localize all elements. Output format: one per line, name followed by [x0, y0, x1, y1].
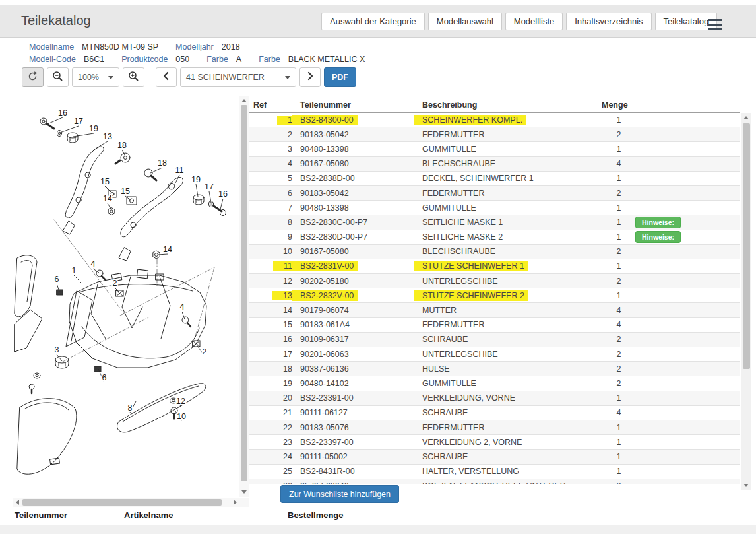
table-row[interactable]: 1890387-06136HULSE2	[249, 362, 740, 376]
diagram-callout[interactable]: 6	[55, 275, 59, 284]
table-row[interactable]: 13BS2-2832V-00STUTZE SCHEINWEFER 21	[249, 288, 740, 303]
row-description: SEITLICHE MASKE 2	[414, 232, 507, 242]
diagram-callout[interactable]: 8	[128, 403, 133, 413]
diagram-callout[interactable]: 15	[121, 187, 130, 196]
table-row[interactable]: 23BS2-23397-00VERKLEIDUNG 2, VORNE1	[249, 435, 740, 450]
diagram-vertical-scrollbar[interactable]	[239, 96, 249, 497]
table-row[interactable]: 9BS2-2830D-00-P7SEITLICHE MASKE 21Hinwei…	[249, 230, 740, 245]
scroll-down-icon[interactable]	[241, 490, 247, 494]
row-ref: 19	[272, 379, 292, 388]
scroll-up-icon[interactable]	[743, 116, 749, 119]
row-ref: 18	[272, 364, 292, 374]
table-row[interactable]: 2695707-08040BOLZEN, FLANSCH TIEFE UNTER…	[249, 479, 740, 484]
diagram-vscroll-thumb[interactable]	[241, 105, 247, 481]
nav-modellliste[interactable]: Modellliste	[505, 13, 563, 30]
order-col-bestellmenge: Bestellmenge	[288, 510, 344, 520]
diagram-callout[interactable]: 6	[102, 373, 107, 382]
table-row[interactable]: 790480-13398GUMMITULLE1	[249, 201, 740, 215]
table-row[interactable]: 290183-05042FEDERMUTTER2	[249, 127, 740, 142]
diagram-callout[interactable]: 18	[117, 141, 127, 150]
table-row[interactable]: 690183-05042FEDERMUTTER2	[249, 186, 740, 201]
scroll-right-icon[interactable]	[234, 500, 237, 505]
table-row[interactable]: 8BS2-2830C-00-P7SEITLICHE MASKE 11Hinwei…	[249, 215, 740, 230]
diagram-callout[interactable]: 2	[203, 347, 207, 356]
diagram-callout[interactable]: 17	[74, 117, 83, 126]
diagram-horizontal-scrollbar[interactable]	[13, 498, 239, 507]
row-qty: 1	[602, 174, 635, 183]
scroll-up-icon[interactable]	[241, 99, 247, 102]
table-row[interactable]: 1790201-06063UNTERLEGSCHIBE2	[249, 347, 740, 362]
hinweise-badge[interactable]: Hinweise:	[635, 217, 681, 228]
row-description: SCHRAUBE	[414, 407, 472, 418]
diagram-callout[interactable]: 17	[205, 182, 214, 191]
zoom-out-button[interactable]	[47, 67, 69, 87]
diagram-callout[interactable]: 18	[158, 158, 167, 168]
table-row[interactable]: 2190111-06127SCHRAUBE4	[249, 406, 740, 420]
previous-section-button[interactable]	[156, 67, 177, 87]
nav-modellauswahl[interactable]: Modellauswahl	[428, 13, 502, 30]
table-row[interactable]: 20BS2-23391-00VERKLEIDUNG, VORNE1	[249, 391, 740, 406]
table-row[interactable]: 5BS2-2838D-00DECKEL, SCHEINWERFER 11	[249, 172, 740, 186]
row-description: MUTTER	[414, 305, 460, 316]
diagram-callout[interactable]: 13	[103, 132, 112, 141]
row-part-number: BS2-84300-00	[292, 115, 358, 125]
section-select[interactable]: 41 SCHEINWERFER	[180, 67, 296, 87]
nav-auswahl-der-kategorie[interactable]: Auswahl der Kategorie	[321, 13, 425, 30]
next-section-button[interactable]	[299, 67, 321, 87]
row-ref: 10	[272, 247, 292, 256]
add-to-wishlist-button[interactable]: Zur Wunschliste hinzufügen	[280, 485, 399, 503]
row-qty: 1	[602, 452, 635, 461]
zoom-in-button[interactable]	[123, 67, 144, 87]
diagram-callout[interactable]: 1	[72, 266, 77, 275]
diagram-callout[interactable]: 11	[175, 166, 184, 175]
diagram-callout[interactable]: 4	[91, 259, 96, 269]
table-row[interactable]: 11BS2-2831V-00STUTZE SCHEINWEFER 11	[249, 259, 740, 274]
diagram-callout[interactable]: 14	[103, 194, 112, 203]
chevron-down-icon	[285, 76, 290, 79]
diagram-callout[interactable]: 14	[163, 245, 172, 254]
table-vertical-scrollbar[interactable]	[741, 113, 751, 490]
table-row[interactable]: 2490111-05002SCHRAUBE1	[249, 450, 740, 464]
row-ref: 21	[272, 408, 292, 417]
row-description: BLECHSCHRAUBE	[414, 158, 499, 169]
pdf-button[interactable]: PDF	[324, 67, 356, 87]
row-ref: 16	[272, 335, 292, 344]
row-qty: 1	[602, 145, 635, 154]
diagram-callout[interactable]: 10	[177, 412, 186, 421]
diagram-callout[interactable]: 2	[113, 279, 117, 288]
diagram-callout[interactable]: 16	[58, 108, 67, 117]
table-row[interactable]: 25BS2-8431R-00HALTER, VERSTELLUNG1	[249, 465, 740, 479]
row-qty: 1	[602, 232, 635, 242]
diagram-hscroll-thumb[interactable]	[22, 499, 222, 506]
diagram-callout[interactable]: 15	[100, 177, 110, 186]
nav-inhaltsverzeichnis[interactable]: Inhaltsverzeichnis	[566, 13, 651, 30]
table-row[interactable]: 390480-13398GUMMITULLE1	[249, 142, 740, 156]
table-vscroll-thumb[interactable]	[743, 123, 750, 369]
diagram-callout[interactable]: 12	[176, 397, 185, 406]
table-row[interactable]: 2290183-05076FEDERMUTTER1	[249, 420, 740, 435]
table-row[interactable]: 1590183-061A4FEDERMUTTER4	[249, 318, 740, 333]
row-description: UNTERLEGSCHIBE	[414, 349, 502, 360]
refresh-button[interactable]	[22, 67, 44, 87]
table-row[interactable]: 1690109-06317SCHRAUBE2	[249, 333, 740, 347]
table-row[interactable]: 1290202-05180UNTERLEGSCHIBE2	[249, 274, 740, 288]
table-row[interactable]: 1990480-14102GUMMITULLE2	[249, 376, 740, 391]
hinweise-badge[interactable]: Hinweise:	[635, 231, 681, 243]
diagram-callout[interactable]: 16	[218, 189, 228, 199]
row-qty: 4	[602, 320, 635, 329]
table-row[interactable]: 490167-05080BLECHSCHRAUBE4	[249, 157, 740, 172]
diagram-panel: 1617191318181119171615151414416242368121…	[13, 96, 249, 507]
scroll-left-icon[interactable]	[16, 500, 19, 505]
diagram-callout[interactable]: 19	[89, 124, 98, 133]
diagram-callout[interactable]: 19	[191, 175, 201, 184]
table-row[interactable]: 1090167-05080BLECHSCHRAUBE2	[249, 245, 740, 259]
diagram-callout[interactable]: 3	[55, 345, 59, 354]
table-row[interactable]: 1BS2-84300-00SCHEINWERFER KOMPL.1	[249, 113, 740, 127]
hamburger-menu-icon[interactable]	[708, 19, 722, 30]
table-row[interactable]: 1490179-06074MUTTER4	[249, 303, 740, 317]
zoom-level-select[interactable]: 100%	[72, 67, 119, 87]
model-info-value: BLACK METALLIC X	[288, 53, 365, 66]
scroll-down-icon[interactable]	[743, 484, 749, 487]
row-part-number: BS2-23397-00	[292, 437, 358, 448]
diagram-callout[interactable]: 4	[180, 302, 185, 312]
